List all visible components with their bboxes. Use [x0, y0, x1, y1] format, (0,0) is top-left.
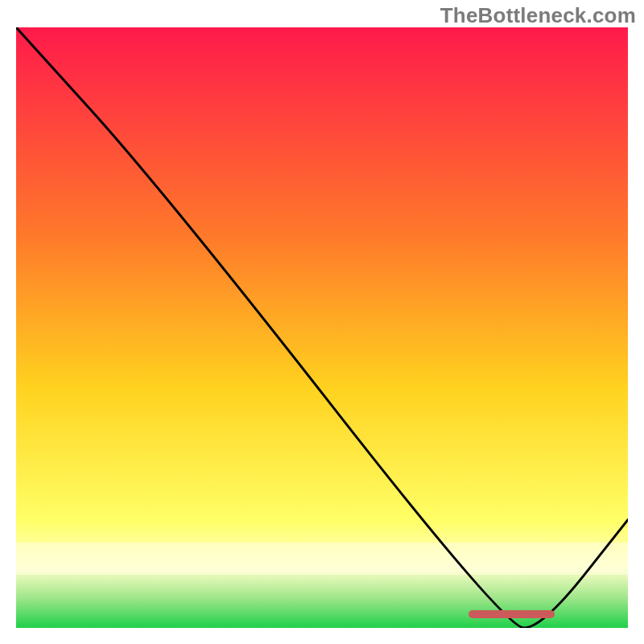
curve-path: [16, 27, 628, 628]
watermark-text: TheBottleneck.com: [440, 3, 636, 28]
bottleneck-curve: [16, 27, 628, 628]
optimum-marker: [469, 610, 554, 618]
chart-stage: TheBottleneck.com: [0, 0, 644, 644]
plot-area: [16, 27, 628, 628]
